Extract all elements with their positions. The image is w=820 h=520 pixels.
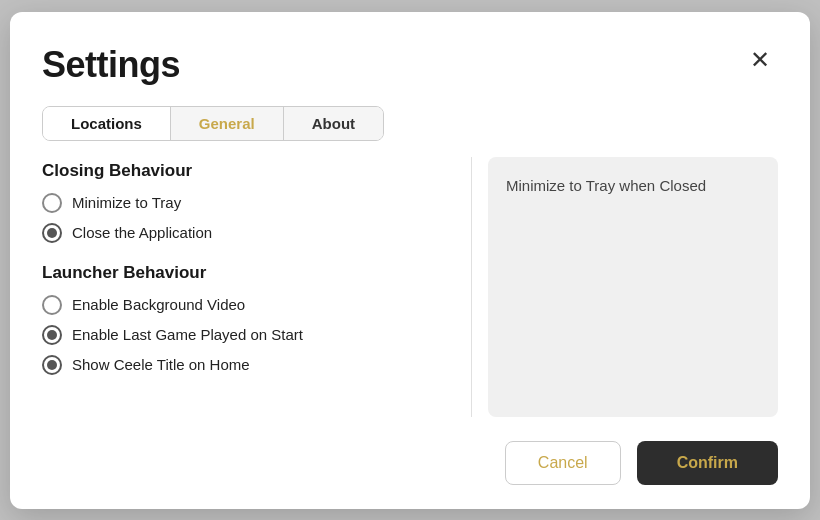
radio-close-app[interactable]: Close the Application	[42, 223, 455, 243]
launcher-behaviour-title: Launcher Behaviour	[42, 263, 455, 283]
settings-panel: Closing Behaviour Minimize to Tray Close…	[42, 157, 472, 417]
radio-minimize-tray-label: Minimize to Tray	[72, 194, 181, 211]
radio-close-app-indicator	[42, 223, 62, 243]
radio-enable-last-game-label: Enable Last Game Played on Start	[72, 326, 303, 343]
radio-close-app-label: Close the Application	[72, 224, 212, 241]
tabs-container: Locations General About	[42, 106, 384, 141]
footer: Cancel Confirm	[42, 441, 778, 485]
tab-locations[interactable]: Locations	[43, 107, 171, 140]
radio-enable-bg-video-label: Enable Background Video	[72, 296, 245, 313]
radio-enable-bg-video-indicator	[42, 295, 62, 315]
radio-enable-bg-video[interactable]: Enable Background Video	[42, 295, 455, 315]
description-panel: Minimize to Tray when Closed	[488, 157, 778, 417]
radio-show-ceele-title-indicator	[42, 355, 62, 375]
tab-about[interactable]: About	[284, 107, 383, 140]
radio-minimize-tray[interactable]: Minimize to Tray	[42, 193, 455, 213]
dialog-header: Settings ✕	[42, 44, 778, 86]
cancel-button[interactable]: Cancel	[505, 441, 621, 485]
close-button[interactable]: ✕	[742, 44, 778, 76]
content-area: Closing Behaviour Minimize to Tray Close…	[42, 157, 778, 417]
radio-show-ceele-title[interactable]: Show Ceele Title on Home	[42, 355, 455, 375]
settings-dialog: Settings ✕ Locations General About Closi…	[10, 12, 810, 509]
description-text: Minimize to Tray when Closed	[506, 177, 706, 194]
radio-enable-last-game-indicator	[42, 325, 62, 345]
dialog-title: Settings	[42, 44, 180, 86]
radio-show-ceele-title-label: Show Ceele Title on Home	[72, 356, 250, 373]
confirm-button[interactable]: Confirm	[637, 441, 778, 485]
radio-enable-last-game[interactable]: Enable Last Game Played on Start	[42, 325, 455, 345]
tab-general[interactable]: General	[171, 107, 284, 140]
radio-minimize-tray-indicator	[42, 193, 62, 213]
closing-behaviour-title: Closing Behaviour	[42, 161, 455, 181]
